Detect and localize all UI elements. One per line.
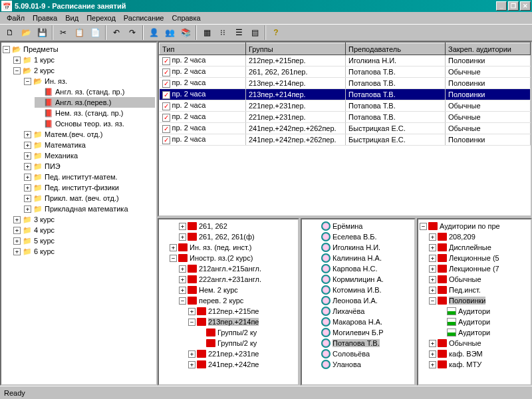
list-item[interactable]: +241пер.+242пе (160, 359, 297, 370)
list-item[interactable]: Аудитори (420, 306, 529, 317)
close-button[interactable]: ✕ (520, 1, 531, 11)
teacher-item[interactable]: Леонова И.А. (303, 295, 413, 306)
tree-ped-matem[interactable]: +📁Пед. институт-матем. (24, 172, 155, 182)
expand-icon[interactable]: + (13, 216, 21, 223)
expand-icon[interactable]: + (24, 174, 31, 181)
tree-matematika[interactable]: +📁Математика (24, 140, 155, 150)
person1-icon[interactable]: 👤 (146, 25, 161, 40)
tree-angl-stand[interactable]: 📕Англ. яз. (станд. пр.) (35, 86, 155, 97)
checkbox-icon[interactable]: ✓ (162, 68, 170, 76)
list-item[interactable]: +Обычные (420, 274, 529, 285)
col-type[interactable]: Тип (160, 43, 246, 55)
tree-matem-vech[interactable]: +📁Матем.(веч. отд.) (24, 129, 155, 140)
tree-root[interactable]: −📂Предметы (3, 44, 155, 55)
list-item[interactable]: +222англ.+231англ. (160, 274, 297, 285)
paste-button[interactable]: 📄 (88, 25, 102, 40)
checkbox-icon[interactable]: ✓ (162, 114, 170, 122)
col-groups[interactable]: Группы (246, 43, 346, 55)
table-row[interactable]: ✓пр. 2 часа261, 262, 261пер.Потапова Т.В… (160, 66, 531, 78)
list-item[interactable]: +каф. ВЭМ (420, 348, 529, 359)
list-item[interactable]: −Иностр. яз.(2 курс) (160, 253, 297, 263)
teacher-item[interactable]: Кормилицин А. (303, 274, 413, 285)
tree-mehanika[interactable]: +📁Механика (24, 150, 155, 161)
view-list-icon[interactable]: ☰ (231, 25, 246, 40)
teachers-tree-pane[interactable]: ЕрёминаЕселева В.Б.Иголкина Н.И.Калинина… (301, 218, 416, 386)
checkbox-icon[interactable]: ✓ (162, 91, 170, 99)
help-button[interactable]: ? (269, 25, 283, 40)
teacher-item[interactable]: Макарова Н.А. (303, 317, 413, 327)
collapse-icon[interactable]: − (3, 46, 10, 53)
checkbox-icon[interactable]: ✓ (162, 57, 170, 65)
expand-icon[interactable]: + (13, 57, 21, 64)
table-row[interactable]: ✓пр. 2 часа241пер.+242пер.+262пер.Быстри… (160, 123, 531, 134)
tree-prikl-vech[interactable]: +📁Прикл. мат. (веч. отд.) (24, 193, 155, 203)
tree-prikl-matem[interactable]: +📁Прикладная математика (24, 203, 155, 214)
open-button[interactable]: 📂 (19, 25, 33, 40)
minimize-button[interactable]: _ (496, 1, 507, 11)
table-row[interactable]: ✓пр. 2 часа221пер.+231пер.Потапова Т.В.О… (160, 112, 531, 123)
teacher-item[interactable]: Ерёмина (303, 221, 413, 231)
teacher-item[interactable]: Карпова Н.С. (303, 263, 413, 274)
list-item[interactable]: +261, 262, 261(ф) (160, 231, 297, 242)
list-item[interactable]: +Обычные (420, 338, 529, 348)
teacher-item[interactable]: Еселева В.Б. (303, 231, 413, 242)
checkbox-icon[interactable]: ✓ (162, 125, 170, 133)
subjects-tree-pane[interactable]: −📂Предметы +📁1 курс −📂2 курс −📂Ин. яз. 📕… (0, 41, 158, 386)
list-item[interactable]: −перев. 2 курс (160, 295, 297, 306)
list-item[interactable]: +Нем. 2 курс (160, 285, 297, 295)
save-button[interactable]: 💾 (35, 25, 49, 40)
tree-pie[interactable]: +📁ПИЭ (24, 161, 155, 172)
list-item[interactable]: Аудитори (420, 317, 529, 327)
teacher-item[interactable]: Лихачёва (303, 306, 413, 317)
list-item[interactable]: Аудитори (420, 327, 529, 338)
expand-icon[interactable]: + (24, 131, 31, 138)
tree-1kurs[interactable]: +📁1 курс (13, 55, 155, 65)
expand-icon[interactable]: + (24, 152, 31, 160)
expand-icon[interactable]: + (24, 184, 31, 192)
tree-6kurs[interactable]: +📁6 курс (13, 246, 155, 257)
view-small-icon[interactable]: ⁝⁝ (215, 25, 230, 40)
view-large-icon[interactable]: ▦ (200, 25, 214, 40)
list-item[interactable]: +208,209 (420, 231, 529, 242)
expand-icon[interactable]: + (13, 248, 21, 255)
teacher-item[interactable]: Соловьёва (303, 348, 413, 359)
list-item[interactable]: +каф. МТУ (420, 359, 529, 370)
list-item[interactable]: Группы/2 ку (160, 327, 297, 338)
collapse-icon[interactable]: − (13, 67, 21, 74)
expand-icon[interactable]: + (13, 227, 21, 234)
view-details-icon[interactable]: ▤ (247, 25, 262, 40)
cut-button[interactable]: ✂ (56, 25, 70, 40)
list-item[interactable]: +261, 262 (160, 221, 297, 231)
table-row[interactable]: ✓пр. 2 часа213пер.+214пер.Потапова Т.В.П… (160, 89, 531, 100)
menu-goto[interactable]: Переход (82, 13, 120, 23)
restore-button[interactable]: ❐ (508, 1, 519, 11)
teacher-item[interactable]: Иголкина Н.И. (303, 242, 413, 253)
col-teacher[interactable]: Преподаватель (346, 43, 446, 55)
table-row[interactable]: ✓пр. 2 часа212пер.+215пер.Иголкина Н.И.П… (160, 55, 531, 66)
rooms-tree-pane[interactable]: −Аудитории по пре +208,209 +Дисплейные +… (417, 218, 532, 386)
teacher-item[interactable]: Потапова Т.В. (303, 338, 413, 348)
groups-tree-pane[interactable]: +261, 262 +261, 262, 261(ф) +Ин. яз. (пе… (158, 218, 299, 386)
table-row[interactable]: ✓пр. 2 часа221пер.+231пер.Потапова Т.В.О… (160, 100, 531, 112)
list-item[interactable]: −Половинки (420, 295, 529, 306)
tree-rooms-root[interactable]: −Аудитории по пре (420, 221, 529, 231)
list-item[interactable]: +Пед.инст. (420, 285, 529, 295)
tree-ped-fiziki[interactable]: +📁Пед. институт-физики (24, 182, 155, 193)
table-row[interactable]: ✓пр. 2 часа241пер.+242пер.+262пер.Быстри… (160, 134, 531, 146)
tree-osnovy[interactable]: 📕Основы теор. из. яз. (35, 118, 155, 129)
list-item[interactable]: +Лекционные (7 (420, 263, 529, 274)
list-item[interactable]: +221пер.+231пе (160, 348, 297, 359)
list-item[interactable]: Группы/2 ку (160, 338, 297, 348)
lessons-grid[interactable]: Тип Группы Преподаватель Закреп. аудитор… (158, 41, 532, 217)
menu-file[interactable]: Файл (3, 13, 29, 23)
menu-help[interactable]: Справка (168, 13, 204, 23)
expand-icon[interactable]: + (24, 205, 31, 213)
teacher-item[interactable]: Могилевич Б.Р (303, 327, 413, 338)
expand-icon[interactable]: + (13, 237, 21, 245)
expand-icon[interactable]: + (24, 195, 31, 202)
tree-angl-perev[interactable]: 📕Англ. яз.(перев.) (35, 97, 155, 108)
list-item[interactable]: +Ин. яз. (пед. инст.) (160, 242, 297, 253)
person2-icon[interactable]: 👥 (162, 25, 177, 40)
expand-icon[interactable]: + (24, 163, 31, 170)
list-item[interactable]: +Лекционные (5 (420, 253, 529, 263)
